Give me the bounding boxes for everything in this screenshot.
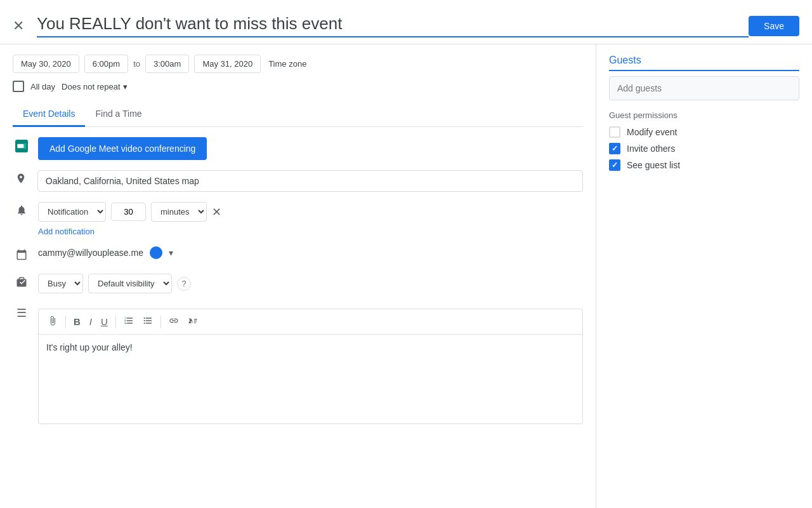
status-row: Busy Default visibility ? — [13, 274, 583, 293]
bell-icon-col — [13, 202, 30, 219]
meet-btn-container: Add Google Meet video conferencing — [38, 137, 207, 160]
calendar-selector: cammy@willyouplease.me ▾ — [38, 246, 173, 259]
modify-event-checkbox[interactable] — [609, 126, 620, 138]
event-title-input[interactable] — [37, 14, 749, 37]
guest-permissions-title: Guest permissions — [609, 110, 799, 120]
editor-toolbar: B I U — [39, 309, 582, 335]
briefcase-icon — [16, 276, 27, 291]
add-meet-button[interactable]: Add Google Meet video conferencing — [38, 137, 207, 160]
svg-marker-1 — [23, 143, 25, 149]
end-date-button[interactable]: May 31, 2020 — [194, 55, 261, 73]
notification-value-input[interactable] — [111, 203, 146, 221]
tab-find-a-time[interactable]: Find a Time — [85, 102, 152, 127]
meet-icon-col — [13, 137, 30, 156]
to-label: to — [133, 59, 140, 69]
help-icon[interactable]: ? — [177, 277, 191, 291]
add-notification-link[interactable]: Add notification — [38, 227, 95, 236]
location-icon — [15, 173, 27, 187]
notification-row: Notification minutes ✕ Add notification — [13, 202, 583, 236]
calendar-color-dot[interactable] — [150, 246, 162, 259]
close-button[interactable]: ✕ — [10, 15, 27, 37]
repeat-caret: ▾ — [123, 82, 128, 91]
left-panel: May 30, 2020 6:00pm to 3:00am May 31, 20… — [0, 44, 596, 508]
status-controls: Busy Default visibility ? — [38, 274, 191, 293]
meet-row: Add Google Meet video conferencing — [13, 137, 583, 160]
notification-inner-row: Notification minutes ✕ — [38, 202, 221, 222]
location-icon-col — [13, 170, 30, 187]
see-guest-list-checkbox[interactable] — [609, 159, 620, 171]
add-guests-input[interactable] — [609, 76, 799, 100]
see-guest-list-label: See guest list — [627, 160, 680, 170]
briefcase-icon-col — [13, 274, 30, 291]
allday-label: All day — [30, 82, 55, 91]
allday-checkbox[interactable] — [13, 81, 24, 92]
permission-row-modify: Modify event — [609, 126, 799, 138]
calendar-row: cammy@willyouplease.me ▾ — [13, 246, 583, 264]
visibility-select[interactable]: Default visibility — [88, 274, 172, 293]
tab-event-details[interactable]: Event Details — [13, 102, 85, 127]
calendar-caret-button[interactable]: ▾ — [169, 248, 173, 258]
remove-notification-button[interactable]: ✕ — [212, 205, 221, 219]
invite-others-label: Invite others — [627, 144, 675, 154]
allday-row: All day Does not repeat ▾ — [13, 81, 583, 92]
guests-title: Guests — [609, 55, 799, 71]
modify-event-label: Modify event — [627, 127, 677, 137]
toolbar-divider-3 — [160, 316, 161, 328]
italic-button[interactable]: I — [86, 314, 96, 330]
description-row: ☰ B I U — [13, 304, 583, 424]
timezone-link[interactable]: Time zone — [268, 59, 306, 69]
toolbar-divider-2 — [115, 316, 116, 328]
remove-format-button[interactable] — [184, 313, 202, 330]
description-icon-col: ☰ — [13, 304, 30, 320]
calendar-icon — [16, 249, 27, 264]
unordered-list-button[interactable] — [139, 313, 157, 330]
start-date-button[interactable]: May 30, 2020 — [13, 55, 79, 73]
end-time-button[interactable]: 3:00am — [145, 55, 189, 73]
main-layout: May 30, 2020 6:00pm to 3:00am May 31, 20… — [0, 44, 812, 508]
busy-status-select[interactable]: Busy — [38, 274, 83, 293]
calendar-name-label: cammy@willyouplease.me — [38, 248, 143, 258]
repeat-select[interactable]: Does not repeat ▾ — [62, 82, 128, 91]
notification-type-select[interactable]: Notification — [38, 202, 106, 222]
start-time-button[interactable]: 6:00pm — [84, 55, 128, 73]
save-button[interactable]: Save — [749, 16, 799, 36]
permission-row-invite: Invite others — [609, 143, 799, 154]
bold-button[interactable]: B — [70, 314, 84, 330]
toolbar-divider-1 — [65, 316, 66, 328]
link-button[interactable] — [165, 313, 183, 330]
permission-row-guest-list: See guest list — [609, 159, 799, 171]
meet-icon — [15, 140, 28, 156]
notification-controls: Notification minutes ✕ Add notification — [38, 202, 221, 236]
location-row — [13, 170, 583, 192]
svg-rect-2 — [17, 144, 23, 149]
description-content[interactable]: It's right up your alley! — [39, 335, 582, 424]
datetime-row: May 30, 2020 6:00pm to 3:00am May 31, 20… — [13, 55, 583, 73]
description-icon: ☰ — [16, 306, 27, 320]
calendar-icon-col — [13, 246, 30, 264]
underline-button[interactable]: U — [97, 314, 112, 330]
top-bar: ✕ Save — [0, 0, 812, 44]
attach-button[interactable] — [44, 313, 62, 330]
right-panel: Guests Guest permissions Modify event In… — [596, 44, 812, 508]
ordered-list-button[interactable] — [120, 313, 138, 330]
notification-unit-select[interactable]: minutes — [151, 202, 207, 222]
bell-icon — [16, 204, 27, 219]
invite-others-checkbox[interactable] — [609, 143, 620, 154]
location-input[interactable] — [37, 170, 583, 192]
description-editor: B I U — [38, 309, 583, 424]
repeat-label: Does not repeat — [62, 82, 121, 91]
tabs-container: Event Details Find a Time — [13, 102, 583, 127]
